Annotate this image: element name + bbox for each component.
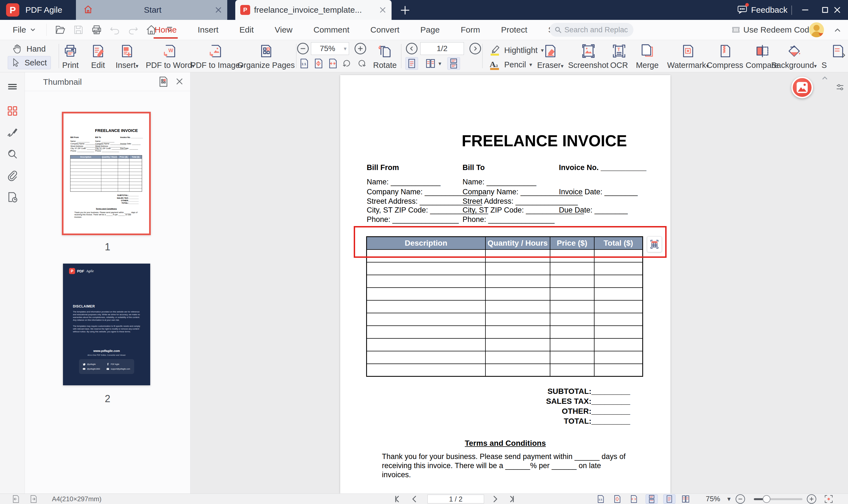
file-menu[interactable]: File [13, 25, 36, 35]
merge-button[interactable]: Merge [631, 42, 664, 70]
print-label: Print [55, 61, 86, 70]
search-panel-icon[interactable] [6, 148, 18, 160]
zoom-percent-label[interactable]: 75% [706, 494, 720, 503]
properties-panel-toggle-icon[interactable] [835, 82, 845, 93]
pencil-tool[interactable]: Aa Pencil ▾ [488, 58, 532, 71]
collapse-toolbar-caret[interactable] [833, 26, 842, 35]
signature-panel-icon[interactable] [6, 126, 18, 139]
tab-document-close-icon[interactable] [377, 4, 389, 16]
next-page-button-statusbar[interactable] [491, 494, 499, 504]
close-panel-icon[interactable] [175, 77, 184, 87]
next-view-button[interactable] [29, 494, 38, 504]
new-tab-button[interactable] [399, 4, 411, 17]
fit-width-button[interactable] [326, 57, 339, 70]
edit-button[interactable]: Edit [83, 42, 113, 70]
page-1-thumbnail[interactable]: FREELANCE INVOICE Bill From Name: ______… [62, 112, 151, 235]
zoom-dropdown-caret[interactable]: ▼ [726, 494, 732, 504]
print-button[interactable]: Print [55, 42, 86, 70]
search-and-replace[interactable] [549, 23, 633, 37]
menu-item-page[interactable]: Page [417, 20, 443, 40]
thumbnail-panel-icon[interactable] [6, 105, 18, 117]
table-tool-button[interactable] [647, 236, 662, 252]
compress-button[interactable]: Compress [704, 42, 746, 70]
scrollbar-up-arrow[interactable] [821, 74, 828, 83]
actual-size-button-statusbar[interactable]: 1:1 [596, 494, 605, 504]
svg-text:a: a [496, 62, 498, 68]
templates-fab[interactable] [791, 77, 813, 98]
use-redeem-code-button[interactable]: Use Redeem Code [731, 25, 814, 35]
invoice-table-cell [485, 275, 550, 288]
menu-item-view[interactable]: View [271, 20, 296, 40]
actual-size-button[interactable]: 1:1 [298, 57, 311, 70]
previous-page-button[interactable] [406, 43, 418, 54]
select-tool[interactable]: Select [8, 56, 51, 69]
first-page-button[interactable] [393, 494, 402, 504]
invoice-table-cell [129, 182, 142, 185]
menu-item-form[interactable]: Form [457, 20, 483, 40]
next-page-button[interactable] [470, 43, 481, 54]
ocr-button[interactable]: T OCR [605, 42, 633, 70]
fit-page-button[interactable] [312, 57, 325, 70]
toolbar-overflow-chevron[interactable] [840, 52, 847, 60]
zoom-level-select[interactable]: 75% ▾ [311, 42, 349, 55]
fit-page-button-statusbar[interactable] [613, 494, 622, 504]
tab-document-active[interactable]: P freelance_invoice_template... [235, 0, 392, 20]
rotate-left-button[interactable] [341, 57, 353, 70]
statusbar: A4(210×297mm) 1 / 2 1:1 [0, 493, 848, 504]
window-close-button[interactable] [828, 0, 846, 20]
background-button[interactable]: Background▾ [767, 42, 821, 70]
pdf-to-word-button[interactable]: W PDF to Word▾ [146, 42, 193, 70]
menu-item-convert[interactable]: Convert [367, 20, 403, 40]
print-icon[interactable] [91, 24, 103, 36]
zoom-out-button-statusbar[interactable] [736, 494, 745, 504]
single-page-view-button[interactable] [405, 57, 418, 70]
zoom-in-button-statusbar[interactable] [807, 494, 816, 504]
tab-start[interactable]: Start [76, 0, 227, 20]
menu-item-protect[interactable]: Protect [498, 20, 530, 40]
organize-pages-shortcut-icon[interactable] [157, 76, 169, 89]
fit-width-button-statusbar[interactable] [629, 494, 638, 504]
attachments-panel-icon[interactable] [6, 169, 18, 182]
user-avatar[interactable] [809, 22, 824, 37]
fullscreen-button[interactable] [824, 494, 833, 504]
page-2-thumbnail[interactable]: P PDF Agile DISCLAIMER The templates and… [63, 264, 150, 385]
menu-item-home[interactable]: Home [151, 20, 180, 40]
bill-from-name-field: Name: ____________ [367, 177, 440, 186]
last-page-button[interactable] [508, 494, 516, 504]
page-indicator-box[interactable]: 1 / 2 [427, 494, 484, 503]
invoice-table-cell [485, 351, 550, 364]
open-file-icon[interactable] [54, 24, 66, 36]
zoom-out-button[interactable] [297, 43, 309, 54]
zoom-slider-track[interactable] [754, 498, 802, 500]
document-viewer[interactable]: FREELANCE INVOICE Bill From Name: ______… [191, 72, 848, 493]
rotate-pages-button[interactable]: Rotate [368, 42, 402, 70]
pdf-to-image-button[interactable]: PDF to Image▾ [191, 42, 240, 70]
hand-tool[interactable]: Hand [10, 42, 48, 55]
insert-button[interactable]: Insert▾ [110, 42, 144, 70]
eraser-button[interactable]: Eraser▾ [532, 42, 568, 70]
font-color-icon: Aa [488, 58, 501, 71]
history-panel-icon[interactable] [6, 191, 18, 203]
menu-item-edit[interactable]: Edit [236, 20, 257, 40]
previous-view-button[interactable] [11, 494, 20, 504]
continuous-view-button-statusbar[interactable] [646, 494, 658, 504]
tab-start-close-icon[interactable] [212, 4, 225, 16]
screenshot-button[interactable]: Screenshot [566, 42, 611, 70]
menu-item-insert[interactable]: Insert [194, 20, 222, 40]
previous-page-button-statusbar[interactable] [410, 494, 419, 504]
single-page-view-button-statusbar[interactable] [663, 494, 675, 504]
page-number-box[interactable]: 1/2 [420, 42, 464, 55]
zoom-slider-thumb[interactable] [763, 495, 771, 503]
two-page-view-button-statusbar[interactable] [681, 494, 690, 504]
feedback-button[interactable]: Feedback [737, 0, 788, 20]
panel-menu-icon[interactable] [6, 80, 18, 93]
pdf-page[interactable]: FREELANCE INVOICE Bill From Name: ______… [340, 75, 670, 493]
window-minimize-button[interactable] [796, 0, 814, 20]
menu-item-comment[interactable]: Comment [310, 20, 353, 40]
organize-pages-button[interactable]: Organize Pages [236, 42, 296, 70]
rotate-right-button[interactable] [355, 57, 368, 70]
two-page-view-button[interactable] [424, 57, 437, 70]
search-input[interactable] [564, 26, 628, 34]
continuous-scroll-view-button[interactable] [447, 57, 460, 70]
zoom-in-button[interactable] [355, 43, 366, 54]
